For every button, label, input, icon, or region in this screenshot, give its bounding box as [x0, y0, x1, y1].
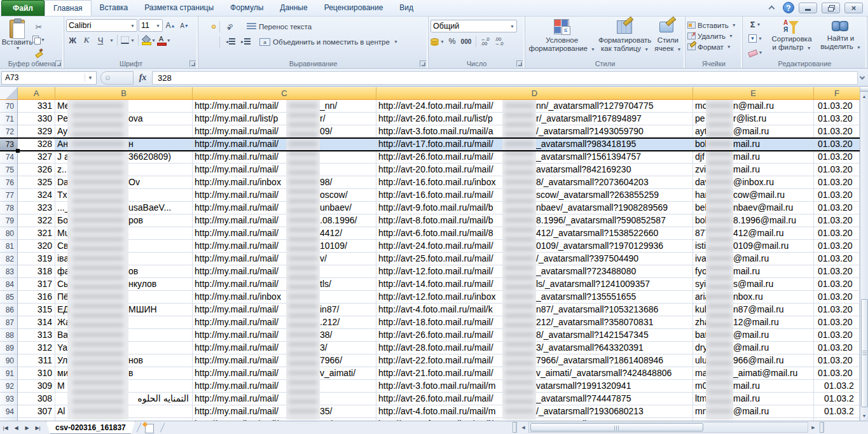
- cell-a[interactable]: 315: [18, 304, 55, 316]
- row-header-cell[interactable]: 77: [0, 189, 18, 202]
- cell-f[interactable]: 01.03.20: [814, 316, 860, 329]
- cell-c[interactable]: http://my.mail.ru/mail/: [193, 151, 376, 164]
- minimize-button[interactable]: [799, 3, 817, 13]
- col-header-d[interactable]: D: [376, 87, 693, 99]
- align-left-button[interactable]: [200, 40, 204, 44]
- cell-f[interactable]: 01.03.20: [814, 265, 860, 278]
- row-header-cell[interactable]: 89: [0, 342, 18, 354]
- decrease-decimal-button[interactable]: .00→.0: [493, 35, 506, 48]
- tab-insert[interactable]: Вставка: [92, 0, 137, 16]
- row-header-cell[interactable]: 80: [0, 227, 18, 240]
- clear-button[interactable]: ▼: [745, 46, 766, 59]
- close-button[interactable]: ×: [844, 3, 863, 13]
- cell-c[interactable]: http://my.mail.ru/mail/4412/: [193, 227, 376, 240]
- cell-c[interactable]: http://my.mail.ru/mail/: [193, 138, 376, 151]
- decrease-indent-button[interactable]: ◂: [224, 36, 237, 47]
- cell-a[interactable]: 309: [18, 380, 55, 393]
- insert-worksheet-icon[interactable]: [142, 423, 159, 433]
- cell-c[interactable]: http://my.mail.ru/mail/10109/: [193, 240, 376, 253]
- cell-f[interactable]: 01.03.20: [814, 291, 860, 304]
- cell-c[interactable]: http://my.mail.ru/mail/: [193, 380, 376, 393]
- fill-button[interactable]: ▼▼: [745, 32, 766, 45]
- wrap-text-button[interactable]: Перенос текста: [247, 23, 312, 31]
- cell-f[interactable]: 01.03.20: [814, 214, 860, 227]
- paste-button[interactable]: Вставить▼: [2, 18, 32, 59]
- split-handle[interactable]: [860, 87, 868, 92]
- name-box-dropdown-icon[interactable]: ▼: [85, 74, 93, 82]
- cell-f[interactable]: 01.03.20: [814, 202, 860, 214]
- cell-c[interactable]: http://my.mail.ru/mail/oscow/: [193, 189, 376, 202]
- collapse-ribbon-icon[interactable]: [764, 3, 778, 13]
- cell-f[interactable]: 01.03.20: [814, 367, 860, 380]
- horizontal-scroll-thumb[interactable]: [530, 423, 703, 431]
- select-all-corner[interactable]: [0, 87, 18, 99]
- row-header-cell[interactable]: 81: [0, 240, 18, 253]
- next-sheet-icon[interactable]: ▶: [22, 423, 32, 433]
- comma-style-button[interactable]: 000: [460, 35, 472, 48]
- row-header-cell[interactable]: 88: [0, 329, 18, 342]
- cell-a[interactable]: 329: [18, 125, 55, 138]
- cell-c[interactable]: http://my.mail.ru/mail/3/: [193, 342, 376, 354]
- cell-a[interactable]: 324: [18, 189, 55, 202]
- font-name-combo[interactable]: Calibri▼: [66, 19, 137, 32]
- cell-c[interactable]: http://my.mail.ru/list/pr/: [193, 113, 376, 125]
- row-header-cell[interactable]: 87: [0, 316, 18, 329]
- format-as-table-button[interactable]: Форматировать как таблицу ▼: [598, 19, 651, 59]
- fill-color-button[interactable]: ▼: [142, 34, 156, 46]
- row-header-cell[interactable]: 91: [0, 367, 18, 380]
- tab-review[interactable]: Рецензирование: [316, 0, 392, 16]
- name-box[interactable]: A73 ▼: [1, 71, 97, 85]
- tab-data[interactable]: Данные: [272, 0, 315, 16]
- cell-a[interactable]: 326: [18, 164, 55, 176]
- cell-f[interactable]: 01.03.20: [814, 138, 860, 151]
- cell-c[interactable]: http://my.mail.ru/mail/38/: [193, 329, 376, 342]
- cell-a[interactable]: 330: [18, 113, 55, 125]
- cell-a[interactable]: 308: [18, 393, 55, 405]
- shrink-font-button[interactable]: A▼: [178, 19, 191, 32]
- cell-f[interactable]: 01.03.20: [814, 354, 860, 367]
- cell-a[interactable]: 319: [18, 253, 55, 265]
- row-header-cell[interactable]: 83: [0, 265, 18, 278]
- borders-button[interactable]: ▼: [121, 34, 135, 46]
- cell-c[interactable]: http://my.mail.ru/mail/v/: [193, 253, 376, 265]
- copy-button[interactable]: ▼: [32, 34, 45, 45]
- cell-c[interactable]: http://my.mail.ru/inbox98/: [193, 176, 376, 189]
- sort-filter-button[interactable]: Сортировка и фильтр ▼: [766, 18, 817, 59]
- cell-f[interactable]: 01.03.20: [814, 342, 860, 354]
- cell-c[interactable]: http://my.mail.ru/mail/: [193, 164, 376, 176]
- bold-button[interactable]: Ж: [66, 34, 79, 46]
- first-sheet-icon[interactable]: |◀: [0, 423, 11, 433]
- cell-f[interactable]: 01.03.20: [814, 189, 860, 202]
- cell-f[interactable]: 01.03.20: [814, 227, 860, 240]
- increase-decimal-button[interactable]: ←.0.00: [479, 35, 492, 48]
- increase-indent-button[interactable]: ▸: [239, 36, 252, 47]
- cell-f[interactable]: 01.03.20: [814, 329, 860, 342]
- cell-f[interactable]: 01.03.20: [814, 240, 860, 253]
- orientation-button[interactable]: ▼: [224, 19, 233, 34]
- insert-cells-button[interactable]: Вставить▼: [687, 20, 740, 31]
- row-header-cell[interactable]: 82: [0, 253, 18, 265]
- align-top-button[interactable]: [200, 25, 204, 29]
- grow-font-button[interactable]: A▲: [164, 19, 177, 32]
- dialog-launcher-icon[interactable]: [189, 60, 196, 67]
- fx-icon[interactable]: fx: [134, 71, 153, 85]
- conditional-formatting-button[interactable]: Условное форматирование ▼: [528, 19, 595, 59]
- row-header-cell[interactable]: 72: [0, 125, 18, 138]
- align-center-button[interactable]: [206, 40, 210, 44]
- cell-c[interactable]: http://my.mail.ru/mail/unbaev/: [193, 202, 376, 214]
- pane-split-handle[interactable]: [820, 422, 824, 433]
- cell-c[interactable]: http://my.mail.ru/mail/v_aimati/: [193, 367, 376, 380]
- format-cells-button[interactable]: Формат▼: [687, 41, 740, 52]
- restore-button[interactable]: [822, 3, 840, 13]
- font-size-combo[interactable]: 11▼: [139, 19, 163, 32]
- prev-sheet-icon[interactable]: ◀: [11, 423, 22, 433]
- cell-c[interactable]: http://my.mail.ru/mail/.08.1996/: [193, 214, 376, 227]
- row-header-cell[interactable]: 86: [0, 304, 18, 316]
- cell-a[interactable]: 328: [18, 138, 55, 151]
- cell-c[interactable]: http://my.mail.ru/mail/.212/: [193, 316, 376, 329]
- cell-c[interactable]: http://my.mail.ru/mail/tls/: [193, 278, 376, 291]
- delete-cells-button[interactable]: Удалить▼: [687, 31, 740, 41]
- sheet-tab-active[interactable]: csv-020316_161837: [46, 421, 135, 434]
- autosum-button[interactable]: Σ▼: [745, 18, 766, 31]
- row-header-cell[interactable]: 70: [0, 100, 18, 113]
